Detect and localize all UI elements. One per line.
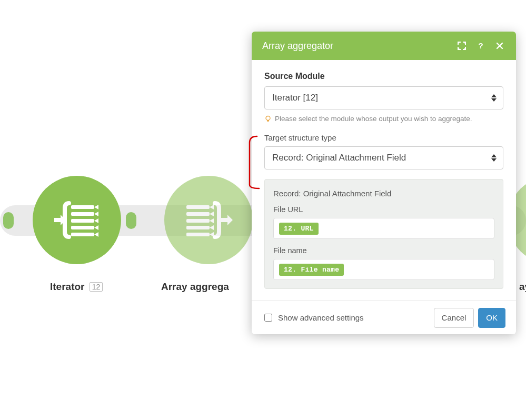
mapping-pill-url[interactable]: 12. URL	[279, 223, 319, 235]
node-iterator-label: Iterator 12	[50, 281, 103, 293]
panel-title: Array aggregator	[262, 41, 449, 52]
svg-marker-25	[491, 94, 497, 97]
hint-text: Please select the module whose output yo…	[275, 115, 472, 123]
source-module-value: Iterator [12]	[272, 93, 318, 103]
source-module-select[interactable]: Iterator [12]	[264, 86, 503, 109]
svg-rect-0	[71, 205, 94, 209]
svg-marker-31	[491, 158, 497, 162]
svg-marker-12	[210, 205, 214, 209]
node-aggregator-label: Array aggrega	[161, 281, 229, 293]
connector-stub-mid	[126, 212, 136, 229]
svg-marker-30	[491, 154, 497, 157]
group-title: Record: Original Attachment Field	[273, 189, 494, 198]
svg-rect-17	[186, 226, 210, 229]
svg-text:?: ?	[478, 42, 483, 50]
svg-rect-28	[267, 120, 269, 121]
connector-stub-left	[3, 212, 14, 229]
annotation-bracket	[246, 135, 260, 190]
help-icon[interactable]: ?	[475, 40, 487, 52]
svg-marker-1	[94, 205, 98, 209]
ok-button[interactable]: OK	[478, 308, 505, 328]
svg-marker-3	[94, 212, 98, 216]
config-panel: Array aggregator ? Source Module Iterato…	[252, 32, 516, 334]
node-array-aggregator[interactable]	[164, 176, 253, 264]
svg-rect-13	[186, 212, 210, 216]
svg-marker-9	[94, 232, 98, 237]
mapping-group: Record: Original Attachment Field File U…	[264, 179, 503, 289]
aggregator-icon	[183, 199, 234, 241]
svg-marker-26	[491, 98, 497, 102]
svg-marker-14	[210, 212, 214, 216]
show-advanced-checkbox[interactable]	[264, 314, 272, 322]
select-caret-icon	[491, 94, 497, 102]
panel-footer: Show advanced settings Cancel OK	[252, 301, 516, 334]
node-iterator[interactable]	[33, 176, 121, 264]
target-structure-label: Target structure type	[264, 133, 503, 142]
module-id-badge: 12	[90, 282, 103, 292]
show-advanced-label: Show advanced settings	[278, 313, 364, 322]
svg-marker-21	[221, 215, 233, 225]
label-text: Iterator	[50, 281, 84, 292]
field-file-url: File URL 12. URL	[273, 205, 494, 239]
svg-rect-4	[71, 219, 94, 223]
source-module-label: Source Module	[264, 72, 503, 81]
mapping-pill-filename[interactable]: 12. File name	[279, 264, 344, 276]
lightbulb-icon	[264, 115, 272, 123]
cancel-button[interactable]: Cancel	[434, 308, 474, 328]
svg-rect-11	[186, 205, 210, 209]
svg-marker-16	[210, 218, 214, 223]
svg-marker-18	[210, 225, 214, 230]
field-file-name: File name 12. File name	[273, 246, 494, 280]
svg-point-27	[266, 116, 270, 120]
field-file-name-input[interactable]: 12. File name	[273, 259, 494, 280]
field-file-name-label: File name	[273, 246, 494, 255]
source-module-hint: Please select the module whose output yo…	[264, 115, 503, 123]
svg-rect-15	[186, 219, 210, 223]
scenario-canvas[interactable]: Iterator 12	[0, 0, 526, 420]
show-advanced-row[interactable]: Show advanced settings	[262, 312, 430, 323]
field-file-url-label: File URL	[273, 205, 494, 214]
target-structure-value: Record: Original Attachment Field	[272, 153, 406, 163]
expand-icon[interactable]	[456, 40, 468, 52]
field-file-url-input[interactable]: 12. URL	[273, 218, 494, 239]
iterator-icon	[53, 199, 101, 241]
panel-body: Source Module Iterator [12] Please selec…	[252, 60, 516, 301]
target-structure-select[interactable]: Record: Original Attachment Field	[264, 146, 503, 169]
svg-rect-2	[71, 212, 94, 216]
select-caret-icon	[491, 154, 497, 162]
panel-header[interactable]: Array aggregator ?	[252, 32, 516, 60]
node-aggregator-right-label-partial: ay	[519, 281, 526, 293]
svg-marker-5	[94, 218, 98, 223]
svg-rect-8	[71, 233, 94, 236]
svg-rect-29	[267, 121, 269, 122]
svg-rect-19	[186, 233, 210, 236]
svg-rect-6	[71, 226, 94, 229]
svg-marker-7	[94, 225, 98, 230]
close-icon[interactable]	[494, 40, 505, 52]
